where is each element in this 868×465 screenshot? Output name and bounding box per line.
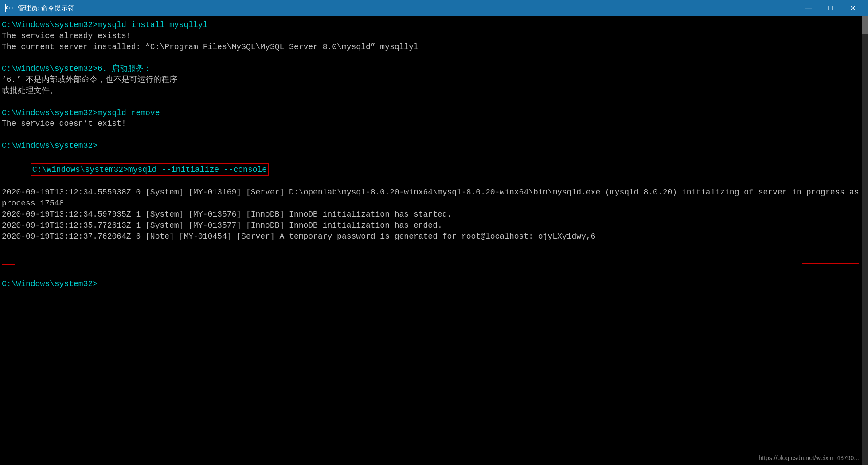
line-6: 或批处理文件。 — [2, 85, 866, 97]
line-2: The service already exists! — [2, 31, 866, 42]
line-8: The service doesn’t exist! — [2, 118, 866, 129]
line-10: 2020-09-19T13:12:34.555938Z 0 [System] [… — [2, 187, 866, 209]
line-13: 2020-09-19T13:12:37.762064Z 6 [Note] [MY… — [2, 231, 866, 264]
terminal-body: C:\Windows\system32>mysqld install mysql… — [0, 16, 868, 465]
close-button[interactable]: ✕ — [842, 2, 863, 14]
cmd-icon: C:\ — [5, 4, 14, 12]
line-blank-2 — [2, 97, 866, 108]
line-3: The current server installed: “C:\Progra… — [2, 42, 866, 53]
line-blank-3 — [2, 129, 866, 140]
line-blank-1 — [2, 52, 866, 63]
highlighted-command: C:\Windows\system32>mysqld --initialize … — [31, 163, 269, 176]
title-bar-left: C:\ 管理员: 命令提示符 — [5, 4, 74, 12]
window-title: 管理员: 命令提示符 — [18, 4, 74, 12]
watermark: https://blog.csdn.net/weixin_43790... — [759, 454, 859, 461]
title-bar: C:\ 管理员: 命令提示符 — □ ✕ — [0, 0, 868, 16]
scrollbar-thumb[interactable] — [862, 16, 868, 34]
line-11: 2020-09-19T13:12:34.597935Z 1 [System] [… — [2, 209, 866, 220]
minimize-button[interactable]: — — [798, 2, 818, 14]
maximize-button[interactable]: □ — [820, 2, 841, 14]
line-highlighted: C:\Windows\system32>mysqld --initialize … — [2, 152, 866, 187]
scrollbar[interactable] — [862, 16, 868, 465]
line-1: C:\Windows\system32>mysqld install mysql… — [2, 19, 866, 31]
cursor — [98, 279, 103, 288]
red-underline-left — [2, 264, 15, 265]
line-4: C:\Windows\system32>6. 启动服务： — [2, 63, 866, 74]
line-prompt-final: C:\Windows\system32> — [2, 279, 866, 290]
line-5: ‘6.’ 不是内部或外部命令，也不是可运行的程序 — [2, 74, 866, 85]
line-9: C:\Windows\system32> — [2, 140, 866, 151]
terminal-content: C:\Windows\system32>mysqld install mysql… — [2, 19, 866, 290]
title-bar-controls: — □ ✕ — [798, 2, 863, 14]
line-7: C:\Windows\system32>mysqld remove — [2, 108, 866, 119]
line-blank-4 — [2, 267, 866, 279]
line-12: 2020-09-19T13:12:35.772613Z 1 [System] [… — [2, 220, 866, 231]
red-underline-area — [2, 264, 866, 267]
